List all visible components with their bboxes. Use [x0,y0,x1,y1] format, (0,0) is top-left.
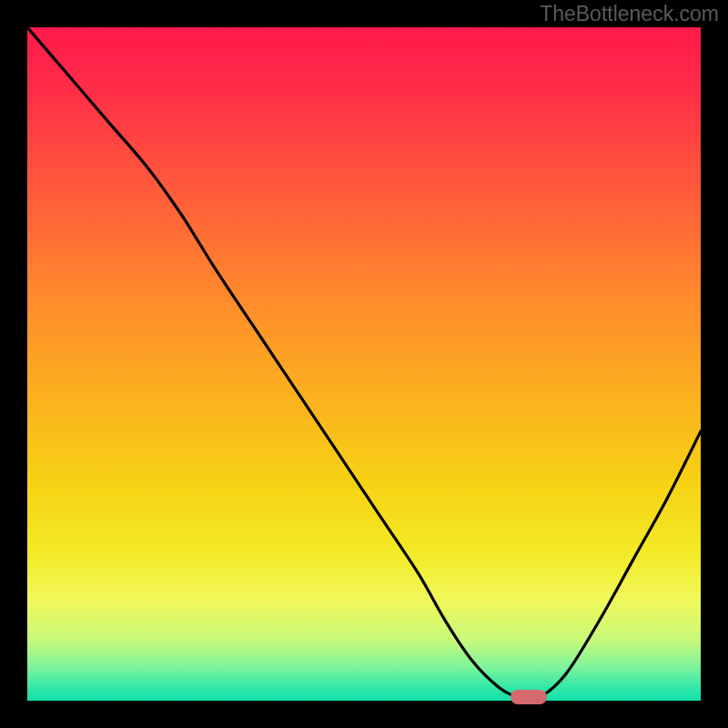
bottleneck-curve-line [27,27,701,700]
watermark-text: TheBottleneck.com [540,2,719,26]
optimal-point-marker [511,690,547,704]
chart-container: TheBottleneck.com [0,0,728,728]
bottleneck-curve-svg [27,27,701,701]
plot-area [27,27,701,701]
